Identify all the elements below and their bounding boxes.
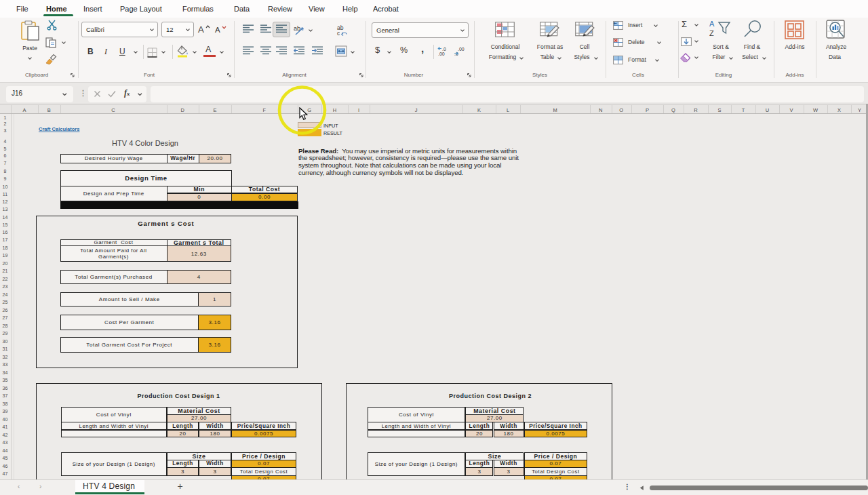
svg-text:.00: .00 — [438, 52, 445, 56]
svg-text:.00: .00 — [458, 47, 465, 52]
svg-text:Z: Z — [709, 29, 714, 37]
svg-text:A: A — [709, 20, 715, 28]
svg-text:.0: .0 — [442, 47, 446, 52]
